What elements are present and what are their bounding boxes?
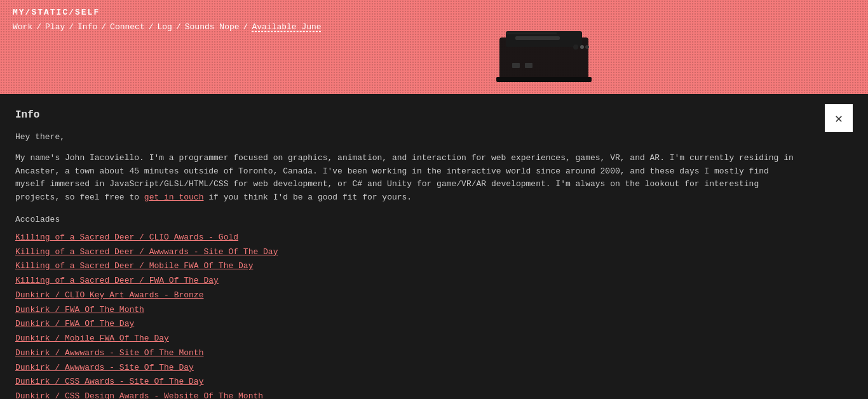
svg-rect-7 bbox=[525, 63, 532, 68]
nav-sep-2: / bbox=[69, 22, 74, 32]
nav-work[interactable]: Work bbox=[13, 22, 32, 32]
page-title: Info bbox=[15, 109, 798, 121]
nav-sep-3: / bbox=[101, 22, 106, 32]
nav-log[interactable]: Log bbox=[158, 22, 172, 32]
header-decorative-image bbox=[474, 0, 614, 94]
svg-rect-9 bbox=[506, 32, 557, 34]
intro-text: Hey there, My name's John Iacoviello. I'… bbox=[15, 131, 798, 205]
get-in-touch-link[interactable]: get in touch bbox=[144, 193, 204, 202]
close-button[interactable]: ✕ bbox=[825, 104, 853, 132]
bio-paragraph: My name's John Iacoviello. I'm a program… bbox=[15, 152, 798, 205]
info-content: Info Hey there, My name's John Iacoviell… bbox=[0, 94, 813, 399]
nav-connect[interactable]: Connect bbox=[110, 22, 145, 32]
svg-point-4 bbox=[580, 45, 584, 49]
list-item: Killing of a Sacred Deer / Mobile FWA Of… bbox=[15, 259, 798, 274]
bio-end: if you think I'd be a good fit for yours… bbox=[208, 193, 412, 202]
accolade-link[interactable]: Killing of a Sacred Deer / Mobile FWA Of… bbox=[15, 261, 253, 271]
accolade-link[interactable]: Dunkirk / CLIO Key Art Awards - Bronze bbox=[15, 290, 203, 300]
list-item: Dunkirk / FWA Of The Month bbox=[15, 303, 798, 318]
list-item: Dunkirk / FWA Of The Day bbox=[15, 317, 798, 332]
nav-sounds[interactable]: Sounds Nope bbox=[185, 22, 240, 32]
svg-point-3 bbox=[573, 44, 578, 50]
accolades-heading: Accolades bbox=[15, 215, 798, 224]
site-header: MY/STATIC/SELF Work / Play / Info / Conn… bbox=[0, 0, 868, 94]
list-item: Dunkirk / CSS Awards - Site Of The Day bbox=[15, 375, 798, 389]
nav-info[interactable]: Info bbox=[78, 22, 97, 32]
list-item: Dunkirk / Awwwards - Site Of The Month bbox=[15, 346, 798, 361]
main-nav: Work / Play / Info / Connect / Log / Sou… bbox=[13, 22, 855, 32]
console-illustration bbox=[480, 6, 607, 88]
svg-rect-6 bbox=[512, 63, 520, 68]
list-item: Dunkirk / CSS Design Awards - Website Of… bbox=[15, 389, 798, 399]
close-icon: ✕ bbox=[835, 111, 843, 126]
accolade-link[interactable]: Dunkirk / FWA Of The Month bbox=[15, 305, 144, 314]
list-item: Dunkirk / Mobile FWA Of The Day bbox=[15, 332, 798, 346]
list-item: Killing of a Sacred Deer / Awwwards - Si… bbox=[15, 245, 798, 260]
nav-sep-6: / bbox=[243, 22, 248, 32]
list-item: Dunkirk / Awwwards - Site Of The Day bbox=[15, 361, 798, 375]
accolade-link[interactable]: Killing of a Sacred Deer / Awwwards - Si… bbox=[15, 247, 278, 257]
accolade-link[interactable]: Killing of a Sacred Deer / CLIO Awards -… bbox=[15, 233, 238, 242]
nav-play[interactable]: Play bbox=[45, 22, 65, 32]
svg-rect-2 bbox=[515, 36, 560, 40]
accolade-link[interactable]: Dunkirk / CSS Design Awards - Website Of… bbox=[15, 391, 263, 399]
site-title: MY/STATIC/SELF bbox=[13, 8, 855, 17]
accolade-link[interactable]: Dunkirk / Mobile FWA Of The Day bbox=[15, 334, 169, 343]
svg-point-5 bbox=[585, 45, 589, 49]
accolade-link[interactable]: Dunkirk / FWA Of The Day bbox=[15, 319, 134, 328]
accolade-link[interactable]: Dunkirk / CSS Awards - Site Of The Day bbox=[15, 377, 203, 386]
list-item: Killing of a Sacred Deer / FWA Of The Da… bbox=[15, 274, 798, 288]
svg-rect-8 bbox=[496, 77, 592, 82]
list-item: Dunkirk / CLIO Key Art Awards - Bronze bbox=[15, 288, 798, 303]
accolades-list: Killing of a Sacred Deer / CLIO Awards -… bbox=[15, 231, 798, 399]
nav-sep-4: / bbox=[149, 22, 154, 32]
accolade-link[interactable]: Killing of a Sacred Deer / FWA Of The Da… bbox=[15, 276, 219, 285]
accolade-link[interactable]: Dunkirk / Awwwards - Site Of The Month bbox=[15, 348, 203, 358]
list-item: Killing of a Sacred Deer / CLIO Awards -… bbox=[15, 231, 798, 245]
nav-available[interactable]: Available June bbox=[252, 22, 321, 32]
nav-sep-5: / bbox=[176, 22, 181, 32]
nav-sep-1: / bbox=[36, 22, 41, 32]
accolade-link[interactable]: Dunkirk / Awwwards - Site Of The Day bbox=[15, 363, 194, 372]
main-content-area: Info Hey there, My name's John Iacoviell… bbox=[0, 94, 868, 399]
greeting: Hey there, bbox=[15, 131, 798, 144]
